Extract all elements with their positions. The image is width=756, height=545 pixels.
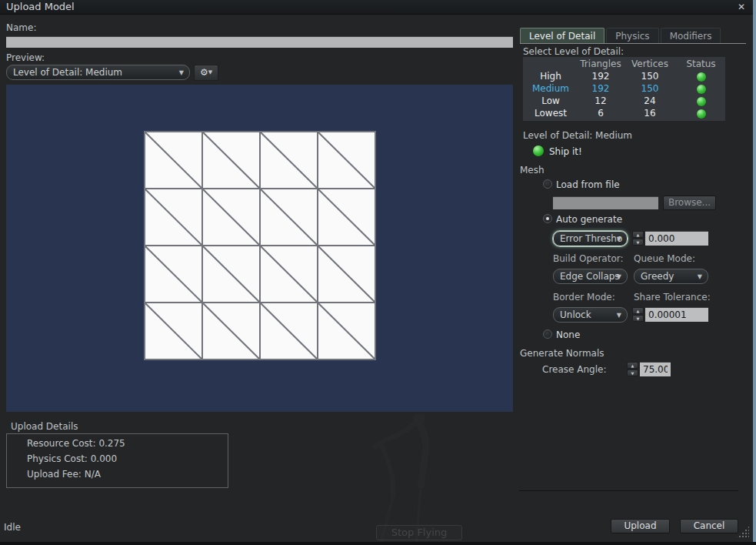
lod-cell-name: Low [523,95,578,107]
border-mode-dropdown[interactable]: Unlock ▼ [553,307,628,323]
crease-angle-value-field[interactable] [640,362,671,376]
none-label: None [556,329,580,340]
status-green-icon [697,109,706,119]
tab-physics[interactable]: Physics [606,28,658,44]
cancel-button[interactable]: Cancel [680,519,738,533]
chevron-down-icon: ▼ [617,270,621,284]
lod-cell-triangles: 12 [578,95,623,107]
browse-button[interactable]: Browse... [663,196,716,210]
window-title: Upload Model [6,1,75,12]
mesh-preview-grid [144,131,377,361]
tab-underline [520,43,746,44]
generate-normals-label[interactable]: Generate Normals [520,348,604,359]
spinner-down-icon[interactable]: ▼ [627,369,638,376]
upload-details-box: Resource Cost: 0.275Physics Cost: 0.000U… [6,433,228,488]
spinner-up-icon[interactable]: ▲ [627,362,638,369]
tab-level-of-detail[interactable]: Level of Detail [520,28,604,44]
build-operator-dropdown[interactable]: Edge Collaps ▼ [553,269,628,284]
error-threshold-spinner: ▲ ▼ [632,231,644,246]
tab-modifiers[interactable]: Modifiers [661,28,721,44]
gear-icon: ⚙ [200,67,208,78]
preview-lod-dropdown[interactable]: Level of Detail: Medium ▼ [6,65,190,80]
upload-details-title: Upload Details [11,421,78,432]
spinner-down-icon[interactable]: ▼ [632,239,644,246]
border-mode-dropdown-value: Unlock [560,309,591,320]
lod-cell-vertices: 16 [623,107,677,119]
ship-it-label: Ship it! [549,146,582,157]
lod-cell-vertices: 150 [623,82,677,95]
error-threshold-value-field[interactable] [645,231,708,246]
lod-cell-status [677,107,725,119]
file-path-input[interactable] [553,196,658,209]
lod-table-header: TrianglesVerticesStatus [523,58,725,70]
share-tolerance-label: Share Tolerance: [634,292,711,303]
current-lod-label: Level of Detail: Medium [523,130,632,141]
lod-cell-status [677,70,725,82]
status-green-icon [697,72,706,82]
model-preview-pane[interactable] [6,85,513,412]
tab-bar: Level of DetailPhysicsModifiers [520,28,722,44]
column-header: Status [677,58,725,70]
name-input[interactable] [6,36,513,48]
crease-angle-label: Crease Angle: [542,364,606,375]
lod-cell-triangles: 192 [578,70,623,82]
lod-cell-vertices: 24 [623,95,677,107]
lod-cell-name: Medium [523,82,578,95]
ship-it-status-icon [533,145,544,156]
lod-cell-name: High [523,70,578,82]
lod-cell-vertices: 150 [623,70,677,82]
column-header: Triangles [578,58,623,70]
upload-detail-line: Physics Cost: 0.000 [27,453,117,464]
select-lod-label: Select Level of Detail: [523,46,624,57]
load-from-file-label: Load from file [556,179,620,190]
spinner-up-icon[interactable]: ▲ [632,231,644,238]
preview-lod-dropdown-value: Level of Detail: Medium [13,67,122,78]
lod-cell-triangles: 192 [578,82,623,95]
world-edge-strip [753,0,756,545]
lod-cell-triangles: 6 [578,107,623,119]
crease-angle-spinner: ▲ ▼ [627,362,639,377]
load-from-file-radio[interactable] [543,179,552,189]
world-bottom-strip [0,542,756,545]
none-radio[interactable] [543,329,552,339]
error-threshold-dropdown[interactable]: Error Thresho ▼ [553,231,628,246]
status-text: Idle [4,522,21,533]
border-mode-label: Border Mode: [553,292,615,303]
lod-cell-status [677,82,725,95]
queue-mode-dropdown[interactable]: Greedy ▼ [634,269,708,284]
upload-model-floater: Upload Model ✕ Name: Preview: Level of D… [0,0,753,542]
lod-row-medium[interactable]: Medium192150 [523,82,725,95]
build-operator-dropdown-value: Edge Collaps [560,271,620,282]
title-bar[interactable]: Upload Model ✕ [0,0,753,15]
upload-button[interactable]: Upload [611,519,670,533]
spinner-up-icon[interactable]: ▲ [632,307,644,314]
chevron-down-icon: ▼ [617,309,621,323]
chevron-down-icon: ▼ [698,270,702,284]
upload-model-screen: Stop Flying Upload Model ✕ Name: Preview… [0,0,756,545]
preview-label: Preview: [6,52,45,63]
share-tolerance-value-field[interactable] [645,307,708,322]
lod-table: TrianglesVerticesStatusHigh192150Medium1… [523,57,725,121]
build-operator-label: Build Operator: [553,253,623,264]
queue-mode-dropdown-value: Greedy [641,271,674,282]
spinner-down-icon[interactable]: ▼ [632,315,644,322]
auto-generate-radio[interactable] [543,214,552,223]
mesh-section-label: Mesh [520,165,545,176]
status-green-icon [697,97,706,106]
upload-detail-line: Upload Fee: N/A [27,469,101,480]
chevron-down-icon: ▼ [208,69,212,75]
share-tolerance-spinner: ▲ ▼ [632,307,644,323]
lod-row-low[interactable]: Low1224 [523,95,725,107]
error-threshold-dropdown-value: Error Thresho [560,233,622,244]
status-green-icon [697,85,706,94]
lod-row-high[interactable]: High192150 [523,70,725,82]
preview-options-button[interactable]: ⚙▼ [194,65,218,81]
chevron-down-icon: ▼ [617,232,621,246]
close-icon[interactable]: ✕ [736,2,747,12]
upload-detail-line: Resource Cost: 0.275 [27,438,125,449]
lod-row-lowest[interactable]: Lowest616 [523,107,725,119]
name-label: Name: [6,22,36,33]
chevron-down-icon: ▼ [179,66,184,80]
lod-cell-name: Lowest [523,107,578,119]
lod-cell-status [677,95,725,107]
